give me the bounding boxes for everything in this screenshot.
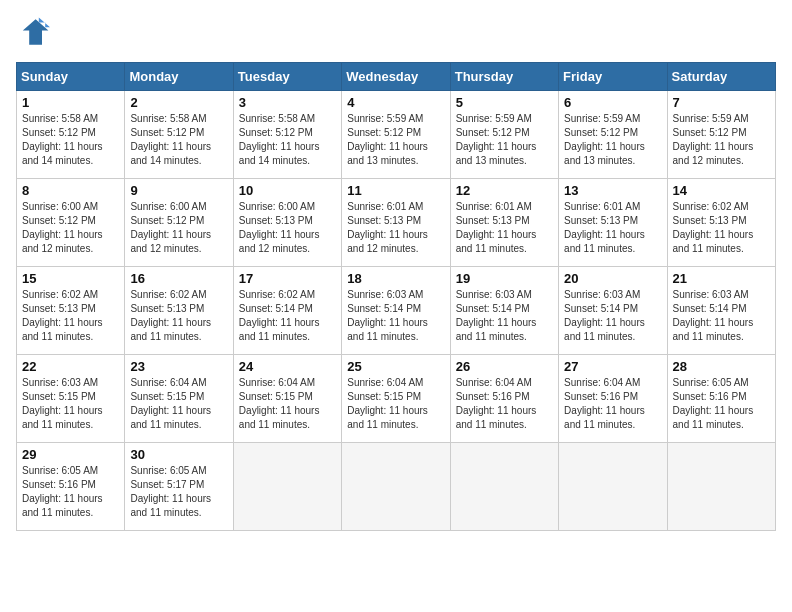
day-number: 10 (239, 183, 336, 198)
calendar-cell: 14 Sunrise: 6:02 AMSunset: 5:13 PMDaylig… (667, 179, 775, 267)
calendar-cell: 15 Sunrise: 6:02 AMSunset: 5:13 PMDaylig… (17, 267, 125, 355)
calendar-cell: 28 Sunrise: 6:05 AMSunset: 5:16 PMDaylig… (667, 355, 775, 443)
day-info: Sunrise: 6:02 AMSunset: 5:13 PMDaylight:… (673, 200, 770, 256)
week-row-4: 22 Sunrise: 6:03 AMSunset: 5:15 PMDaylig… (17, 355, 776, 443)
weekday-header-sunday: Sunday (17, 63, 125, 91)
day-info: Sunrise: 6:01 AMSunset: 5:13 PMDaylight:… (564, 200, 661, 256)
day-number: 30 (130, 447, 227, 462)
day-info: Sunrise: 6:05 AMSunset: 5:16 PMDaylight:… (673, 376, 770, 432)
day-info: Sunrise: 6:03 AMSunset: 5:14 PMDaylight:… (564, 288, 661, 344)
weekday-header-row: SundayMondayTuesdayWednesdayThursdayFrid… (17, 63, 776, 91)
calendar-cell (342, 443, 450, 531)
day-number: 18 (347, 271, 444, 286)
week-row-5: 29 Sunrise: 6:05 AMSunset: 5:16 PMDaylig… (17, 443, 776, 531)
weekday-header-friday: Friday (559, 63, 667, 91)
day-info: Sunrise: 6:04 AMSunset: 5:15 PMDaylight:… (239, 376, 336, 432)
calendar-cell (559, 443, 667, 531)
day-number: 17 (239, 271, 336, 286)
day-number: 12 (456, 183, 553, 198)
day-number: 24 (239, 359, 336, 374)
calendar-cell (450, 443, 558, 531)
calendar-cell: 24 Sunrise: 6:04 AMSunset: 5:15 PMDaylig… (233, 355, 341, 443)
day-info: Sunrise: 6:02 AMSunset: 5:13 PMDaylight:… (130, 288, 227, 344)
week-row-2: 8 Sunrise: 6:00 AMSunset: 5:12 PMDayligh… (17, 179, 776, 267)
weekday-header-monday: Monday (125, 63, 233, 91)
calendar-cell: 26 Sunrise: 6:04 AMSunset: 5:16 PMDaylig… (450, 355, 558, 443)
day-number: 29 (22, 447, 119, 462)
calendar-cell: 30 Sunrise: 6:05 AMSunset: 5:17 PMDaylig… (125, 443, 233, 531)
calendar-cell: 3 Sunrise: 5:58 AMSunset: 5:12 PMDayligh… (233, 91, 341, 179)
day-number: 9 (130, 183, 227, 198)
day-info: Sunrise: 6:02 AMSunset: 5:14 PMDaylight:… (239, 288, 336, 344)
day-info: Sunrise: 6:03 AMSunset: 5:15 PMDaylight:… (22, 376, 119, 432)
calendar-cell: 10 Sunrise: 6:00 AMSunset: 5:13 PMDaylig… (233, 179, 341, 267)
day-number: 11 (347, 183, 444, 198)
calendar-cell: 23 Sunrise: 6:04 AMSunset: 5:15 PMDaylig… (125, 355, 233, 443)
day-number: 22 (22, 359, 119, 374)
day-number: 13 (564, 183, 661, 198)
calendar-cell: 1 Sunrise: 5:58 AMSunset: 5:12 PMDayligh… (17, 91, 125, 179)
day-info: Sunrise: 5:59 AMSunset: 5:12 PMDaylight:… (347, 112, 444, 168)
day-info: Sunrise: 6:04 AMSunset: 5:15 PMDaylight:… (347, 376, 444, 432)
day-number: 8 (22, 183, 119, 198)
day-number: 6 (564, 95, 661, 110)
calendar-cell: 5 Sunrise: 5:59 AMSunset: 5:12 PMDayligh… (450, 91, 558, 179)
calendar-cell: 7 Sunrise: 5:59 AMSunset: 5:12 PMDayligh… (667, 91, 775, 179)
day-number: 25 (347, 359, 444, 374)
day-number: 1 (22, 95, 119, 110)
day-info: Sunrise: 6:01 AMSunset: 5:13 PMDaylight:… (456, 200, 553, 256)
calendar-cell: 12 Sunrise: 6:01 AMSunset: 5:13 PMDaylig… (450, 179, 558, 267)
week-row-1: 1 Sunrise: 5:58 AMSunset: 5:12 PMDayligh… (17, 91, 776, 179)
weekday-header-thursday: Thursday (450, 63, 558, 91)
calendar-cell: 27 Sunrise: 6:04 AMSunset: 5:16 PMDaylig… (559, 355, 667, 443)
day-info: Sunrise: 5:58 AMSunset: 5:12 PMDaylight:… (22, 112, 119, 168)
day-number: 4 (347, 95, 444, 110)
day-info: Sunrise: 5:58 AMSunset: 5:12 PMDaylight:… (130, 112, 227, 168)
week-row-3: 15 Sunrise: 6:02 AMSunset: 5:13 PMDaylig… (17, 267, 776, 355)
calendar: SundayMondayTuesdayWednesdayThursdayFrid… (16, 62, 776, 531)
calendar-cell: 19 Sunrise: 6:03 AMSunset: 5:14 PMDaylig… (450, 267, 558, 355)
svg-marker-0 (23, 19, 49, 45)
day-info: Sunrise: 6:00 AMSunset: 5:12 PMDaylight:… (130, 200, 227, 256)
day-number: 28 (673, 359, 770, 374)
day-info: Sunrise: 6:03 AMSunset: 5:14 PMDaylight:… (347, 288, 444, 344)
calendar-cell: 20 Sunrise: 6:03 AMSunset: 5:14 PMDaylig… (559, 267, 667, 355)
day-number: 16 (130, 271, 227, 286)
day-info: Sunrise: 5:58 AMSunset: 5:12 PMDaylight:… (239, 112, 336, 168)
day-number: 21 (673, 271, 770, 286)
day-info: Sunrise: 5:59 AMSunset: 5:12 PMDaylight:… (456, 112, 553, 168)
calendar-cell (667, 443, 775, 531)
calendar-cell: 6 Sunrise: 5:59 AMSunset: 5:12 PMDayligh… (559, 91, 667, 179)
weekday-header-wednesday: Wednesday (342, 63, 450, 91)
calendar-cell: 9 Sunrise: 6:00 AMSunset: 5:12 PMDayligh… (125, 179, 233, 267)
logo-icon (18, 16, 50, 48)
day-number: 7 (673, 95, 770, 110)
day-info: Sunrise: 6:05 AMSunset: 5:17 PMDaylight:… (130, 464, 227, 520)
day-number: 19 (456, 271, 553, 286)
day-number: 5 (456, 95, 553, 110)
weekday-header-saturday: Saturday (667, 63, 775, 91)
calendar-cell: 16 Sunrise: 6:02 AMSunset: 5:13 PMDaylig… (125, 267, 233, 355)
weekday-header-tuesday: Tuesday (233, 63, 341, 91)
day-info: Sunrise: 6:02 AMSunset: 5:13 PMDaylight:… (22, 288, 119, 344)
logo (16, 16, 50, 52)
calendar-cell: 8 Sunrise: 6:00 AMSunset: 5:12 PMDayligh… (17, 179, 125, 267)
day-info: Sunrise: 6:04 AMSunset: 5:16 PMDaylight:… (456, 376, 553, 432)
day-info: Sunrise: 5:59 AMSunset: 5:12 PMDaylight:… (673, 112, 770, 168)
day-number: 14 (673, 183, 770, 198)
calendar-cell: 13 Sunrise: 6:01 AMSunset: 5:13 PMDaylig… (559, 179, 667, 267)
day-info: Sunrise: 6:01 AMSunset: 5:13 PMDaylight:… (347, 200, 444, 256)
day-number: 27 (564, 359, 661, 374)
day-info: Sunrise: 6:04 AMSunset: 5:16 PMDaylight:… (564, 376, 661, 432)
calendar-cell: 2 Sunrise: 5:58 AMSunset: 5:12 PMDayligh… (125, 91, 233, 179)
calendar-cell: 29 Sunrise: 6:05 AMSunset: 5:16 PMDaylig… (17, 443, 125, 531)
day-info: Sunrise: 6:03 AMSunset: 5:14 PMDaylight:… (456, 288, 553, 344)
calendar-cell: 17 Sunrise: 6:02 AMSunset: 5:14 PMDaylig… (233, 267, 341, 355)
day-info: Sunrise: 6:05 AMSunset: 5:16 PMDaylight:… (22, 464, 119, 520)
day-info: Sunrise: 6:04 AMSunset: 5:15 PMDaylight:… (130, 376, 227, 432)
day-number: 2 (130, 95, 227, 110)
day-info: Sunrise: 5:59 AMSunset: 5:12 PMDaylight:… (564, 112, 661, 168)
calendar-cell: 18 Sunrise: 6:03 AMSunset: 5:14 PMDaylig… (342, 267, 450, 355)
day-number: 23 (130, 359, 227, 374)
day-info: Sunrise: 6:03 AMSunset: 5:14 PMDaylight:… (673, 288, 770, 344)
